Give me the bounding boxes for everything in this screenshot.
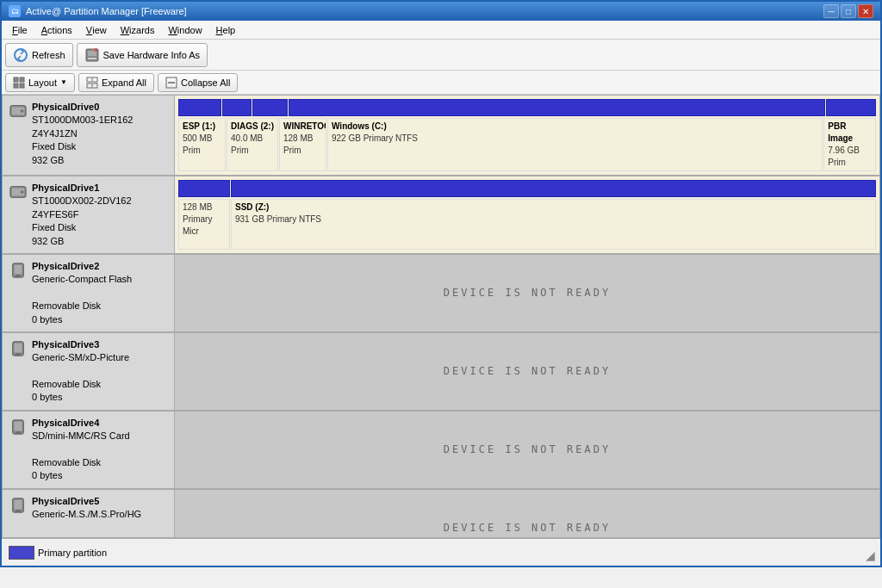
svg-point-23 — [22, 191, 23, 193]
legend-primary-label: Primary partition — [38, 548, 107, 558]
svg-rect-25 — [14, 265, 22, 275]
disk-text-0: PhysicalDrive0 ST1000DM003-1ER162 Z4Y4J1… — [32, 101, 133, 167]
not-ready-3: DEVICE IS NOT READY — [175, 333, 879, 410]
removable-icon-4 — [9, 418, 27, 436]
partition-label-1-0[interactable]: 128 MB Primary Micr — [178, 199, 230, 250]
partition-label-1-1[interactable]: SSD (Z:) 931 GB Primary NTFS — [231, 199, 876, 250]
svg-rect-26 — [16, 275, 20, 276]
partition-label-0-0[interactable]: ESP (1:) 500 MB Prim — [178, 118, 226, 171]
partition-label-0-4[interactable]: PBR Image 7.96 GB Prim — [823, 118, 876, 171]
svg-rect-9 — [20, 84, 24, 88]
window-controls: ─ □ ✕ — [823, 4, 873, 18]
collapse-all-button[interactable]: Collapse All — [158, 73, 238, 92]
expand-all-label: Expand All — [102, 77, 146, 88]
partition-area-1: 128 MB Primary Micr SSD (Z:) 931 GB Prim… — [175, 176, 879, 253]
disk-row-5: PhysicalDrive5 Generic-M.S./M.S.Pro/HG R… — [3, 490, 879, 538]
expand-all-button[interactable]: Expand All — [78, 73, 154, 92]
main-toolbar: Refresh ! Save Hardware Info As — [2, 40, 880, 71]
partition-label-0-1[interactable]: DIAGS (2:) 40.0 MB Prim — [227, 118, 278, 171]
status-bar: Primary partition ◢ — [2, 538, 880, 566]
layout-label: Layout — [28, 77, 57, 88]
svg-rect-28 — [14, 344, 22, 353]
window-title: Active@ Partition Manager [Freeware] — [26, 6, 187, 16]
menu-bar: File Actions View Wizards Window Help — [2, 21, 880, 40]
menu-help[interactable]: Help — [209, 21, 243, 39]
partition-area-0: ESP (1:) 500 MB Prim DIAGS (2:) 40.0 MB … — [175, 96, 879, 175]
layout-dropdown-arrow: ▼ — [60, 78, 67, 86]
not-ready-5: DEVICE IS NOT READY — [175, 490, 879, 538]
svg-text:!: ! — [94, 48, 95, 53]
not-ready-2: DEVICE IS NOT READY — [175, 255, 879, 331]
hdd-icon-1 — [9, 183, 27, 201]
svg-rect-8 — [14, 84, 18, 88]
disk-text-2: PhysicalDrive2 Generic-Compact Flash Rem… — [32, 260, 132, 326]
legend-primary-color — [9, 546, 34, 560]
svg-rect-32 — [16, 431, 20, 433]
svg-rect-35 — [16, 510, 20, 511]
disk-row-4: PhysicalDrive4 SD/mini-MMC/RS Card Remov… — [3, 412, 879, 490]
partition-bar-0-3[interactable] — [289, 99, 825, 116]
save-info-label: Save Hardware Info As — [103, 50, 201, 60]
disk-text-5: PhysicalDrive5 Generic-M.S./M.S.Pro/HG R… — [32, 495, 141, 538]
disk-row-2: PhysicalDrive2 Generic-Compact Flash Rem… — [3, 255, 879, 333]
disk-row-3: PhysicalDrive3 Generic-SM/xD-Picture Rem… — [3, 333, 879, 412]
svg-point-0 — [15, 49, 27, 61]
refresh-label: Refresh — [32, 50, 65, 60]
menu-view[interactable]: View — [79, 21, 114, 39]
removable-icon-5 — [9, 497, 27, 514]
legend-primary: Primary partition — [9, 546, 107, 560]
svg-rect-3 — [88, 58, 96, 59]
disk-row-0: PhysicalDrive0 ST1000DM003-1ER162 Z4Y4J1… — [3, 96, 879, 176]
maximize-button[interactable]: □ — [841, 4, 856, 18]
disk-text-1: PhysicalDrive1 ST1000DX002-2DV162 Z4YFES… — [32, 182, 132, 248]
save-info-button[interactable]: ! Save Hardware Info As — [77, 43, 208, 67]
partition-bar-0-0[interactable] — [178, 99, 221, 116]
svg-rect-29 — [16, 353, 20, 355]
partition-bar-0-1[interactable] — [222, 99, 252, 116]
menu-actions[interactable]: Actions — [34, 21, 79, 39]
svg-rect-6 — [14, 77, 18, 82]
app-icon: 🗂 — [9, 5, 21, 17]
disk-info-4: PhysicalDrive4 SD/mini-MMC/RS Card Remov… — [3, 412, 175, 488]
svg-rect-31 — [14, 421, 22, 430]
partition-bar-1-0[interactable] — [178, 180, 230, 197]
svg-point-19 — [22, 110, 23, 112]
minimize-button[interactable]: ─ — [823, 4, 839, 18]
partition-bar-0-2[interactable] — [252, 99, 289, 116]
layout-button[interactable]: Layout ▼ — [5, 73, 75, 92]
menu-file[interactable]: File — [5, 21, 34, 39]
svg-rect-7 — [20, 77, 24, 82]
disk-text-4: PhysicalDrive4 SD/mini-MMC/RS Card Remov… — [32, 417, 130, 483]
partition-bar-1-1[interactable] — [231, 180, 876, 197]
partition-label-0-3[interactable]: Windows (C:) 922 GB Primary NTFS — [327, 118, 823, 171]
disk-info-5: PhysicalDrive5 Generic-M.S./M.S.Pro/HG R… — [3, 490, 175, 538]
layout-icon — [13, 77, 25, 89]
removable-icon-2 — [9, 262, 27, 279]
save-info-icon: ! — [84, 47, 100, 63]
title-bar: 🗂 Active@ Partition Manager [Freeware] ─… — [2, 2, 880, 21]
not-ready-4: DEVICE IS NOT READY — [175, 412, 879, 488]
disk-row-1: PhysicalDrive1 ST1000DX002-2DV162 Z4YFES… — [3, 176, 879, 255]
refresh-icon — [13, 47, 28, 63]
disk-info-1: PhysicalDrive1 ST1000DX002-2DV162 Z4YFES… — [3, 176, 175, 253]
partition-bar-0-4[interactable] — [826, 99, 876, 116]
disk-info-0: PhysicalDrive0 ST1000DM003-1ER162 Z4Y4J1… — [3, 96, 175, 175]
svg-rect-34 — [14, 499, 22, 509]
main-content[interactable]: PhysicalDrive0 ST1000DM003-1ER162 Z4Y4J1… — [2, 95, 880, 538]
collapse-icon — [165, 77, 177, 89]
resize-grip: ◢ — [866, 548, 875, 562]
disk-info-3: PhysicalDrive3 Generic-SM/xD-Picture Rem… — [3, 333, 175, 410]
disk-info-2: PhysicalDrive2 Generic-Compact Flash Rem… — [3, 255, 175, 331]
hdd-icon-0 — [9, 102, 27, 120]
secondary-toolbar: Layout ▼ Expand All Collapse All — [2, 71, 880, 95]
close-button[interactable]: ✕ — [858, 4, 873, 18]
expand-icon — [86, 77, 98, 89]
removable-icon-3 — [9, 340, 27, 357]
menu-wizards[interactable]: Wizards — [114, 21, 162, 39]
disk-text-3: PhysicalDrive3 Generic-SM/xD-Picture Rem… — [32, 338, 129, 405]
refresh-button[interactable]: Refresh — [5, 43, 73, 67]
menu-window[interactable]: Window — [161, 21, 208, 39]
partition-label-0-2[interactable]: WINRETOOL 128 MB Prim — [279, 118, 326, 171]
collapse-all-label: Collapse All — [181, 77, 230, 88]
